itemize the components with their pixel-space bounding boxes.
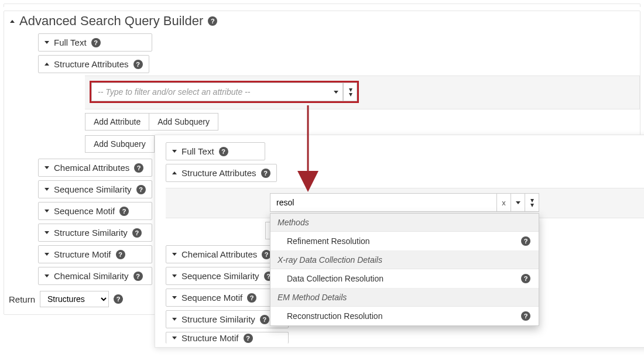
- dropdown-toggle-button[interactable]: [329, 83, 343, 101]
- help-icon[interactable]: ?: [219, 147, 228, 156]
- section-sequence-similarity[interactable]: Sequence Similarity ?: [38, 180, 152, 198]
- add-subquery-button[interactable]: Add Subquery: [85, 135, 155, 153]
- attribute-typeahead: x ▾▾ MethodsRefinement Resolution?X-ray …: [270, 193, 539, 212]
- attribute-filter-input[interactable]: [91, 83, 329, 101]
- chevron-down-icon: [172, 337, 177, 339]
- section-label: Structure Similarity: [181, 314, 255, 324]
- section-structure-motif[interactable]: Structure Motif ?: [38, 245, 152, 263]
- section-structure-attributes[interactable]: Structure Attributes ?: [38, 55, 149, 73]
- typeahead-group-header: EM Method Details: [270, 289, 539, 307]
- help-icon[interactable]: ?: [261, 169, 270, 178]
- section-structure-similarity[interactable]: Structure Similarity ?: [38, 224, 152, 242]
- expand-all-button[interactable]: ▾▾: [525, 193, 539, 212]
- expand-all-button[interactable]: ▾▾: [343, 83, 357, 101]
- section-label: Sequence Similarity: [181, 271, 259, 281]
- help-icon[interactable]: ?: [260, 315, 269, 324]
- dropdown-toggle-button[interactable]: [511, 193, 525, 212]
- chevron-down-icon: [172, 253, 177, 256]
- section-label: Sequence Similarity: [54, 184, 132, 194]
- chevron-down-icon: [44, 231, 49, 234]
- chevron-down-icon: [172, 150, 177, 153]
- help-icon[interactable]: ?: [119, 207, 129, 216]
- collapse-icon[interactable]: [10, 20, 15, 23]
- chevron-down-icon: [516, 201, 520, 204]
- section-label: Chemical Attributes: [54, 163, 129, 173]
- return-label: Return: [9, 294, 35, 304]
- typeahead-item-label: Refinement Resolution: [287, 236, 370, 246]
- chevron-down-icon: [44, 166, 49, 169]
- typeahead-item[interactable]: Refinement Resolution?: [270, 232, 539, 251]
- help-icon[interactable]: ?: [116, 250, 125, 259]
- add-attribute-button[interactable]: Add Attribute: [85, 113, 149, 131]
- help-icon[interactable]: ?: [244, 334, 253, 343]
- typeahead-dropdown: MethodsRefinement Resolution?X-ray Data …: [270, 213, 539, 326]
- help-icon[interactable]: ?: [521, 274, 530, 283]
- chevron-down-icon: [172, 318, 177, 321]
- chevron-down-icon: [44, 274, 49, 277]
- typeahead-group-header: X-ray Data Collection Details: [270, 251, 539, 269]
- help-icon[interactable]: ?: [133, 60, 143, 69]
- section-label: Structure Attributes: [181, 168, 256, 178]
- help-icon[interactable]: ?: [134, 163, 143, 173]
- section-label: Structure Similarity: [54, 228, 128, 238]
- section-label: Sequence Motif: [54, 206, 115, 216]
- chevron-down-icon: [334, 91, 338, 94]
- section-label: Sequence Motif: [181, 293, 242, 303]
- help-icon[interactable]: ?: [208, 16, 217, 26]
- double-chevron-icon: ▾▾: [530, 198, 533, 207]
- help-icon[interactable]: ?: [136, 185, 146, 194]
- help-icon[interactable]: ?: [521, 311, 530, 321]
- section-label: Chemical Attributes: [181, 249, 257, 259]
- return-select[interactable]: Structures: [40, 291, 109, 307]
- overlay-panel: Full Text ? Structure Attributes ? x: [155, 135, 644, 348]
- section-label: Full Text: [181, 146, 214, 156]
- help-icon[interactable]: ?: [247, 293, 256, 303]
- section-chemical-similarity[interactable]: Chemical Similarity ?: [38, 267, 152, 285]
- chevron-down-icon: [44, 41, 49, 44]
- section-structure-motif-cut[interactable]: Structure Motif ?: [166, 332, 289, 344]
- section-structure-attributes[interactable]: Structure Attributes ?: [166, 164, 277, 182]
- chevron-down-icon: [44, 210, 49, 212]
- help-icon[interactable]: ?: [114, 294, 123, 304]
- help-icon[interactable]: ?: [132, 228, 142, 238]
- section-sequence-motif[interactable]: Sequence Motif ?: [38, 202, 152, 220]
- section-label: Structure Motif: [181, 333, 239, 343]
- typeahead-item-label: Data Collection Resolution: [287, 274, 383, 283]
- help-icon[interactable]: ?: [133, 272, 143, 281]
- section-label: Structure Motif: [54, 249, 111, 259]
- section-full-text[interactable]: Full Text ?: [166, 142, 265, 160]
- chevron-up-icon: [44, 63, 49, 66]
- section-full-text[interactable]: Full Text ?: [38, 33, 152, 52]
- chevron-down-icon: [172, 296, 177, 299]
- double-chevron-icon: ▾▾: [349, 87, 352, 97]
- attribute-filter-input[interactable]: [270, 193, 497, 212]
- chevron-up-icon: [172, 171, 177, 174]
- chevron-down-icon: [44, 188, 49, 191]
- chevron-down-icon: [44, 253, 49, 256]
- typeahead-item[interactable]: Data Collection Resolution?: [270, 269, 539, 289]
- attribute-filter-highlight: ▾▾: [90, 81, 359, 103]
- add-subquery-button[interactable]: Add Subquery: [149, 113, 218, 131]
- clear-button[interactable]: x: [497, 193, 511, 212]
- section-label: Structure Attributes: [54, 59, 129, 69]
- section-chemical-attributes[interactable]: Chemical Attributes ?: [38, 159, 152, 177]
- section-label: Chemical Similarity: [54, 271, 129, 281]
- help-icon[interactable]: ?: [91, 38, 101, 47]
- page-title: Advanced Search Query Builder: [19, 13, 203, 29]
- typeahead-group-header: Methods: [270, 214, 539, 232]
- section-label: Full Text: [54, 37, 87, 47]
- typeahead-item-label: Reconstruction Resolution: [287, 311, 382, 321]
- chevron-down-icon: [172, 274, 177, 277]
- typeahead-item[interactable]: Reconstruction Resolution?: [270, 307, 539, 325]
- help-icon[interactable]: ?: [521, 236, 530, 246]
